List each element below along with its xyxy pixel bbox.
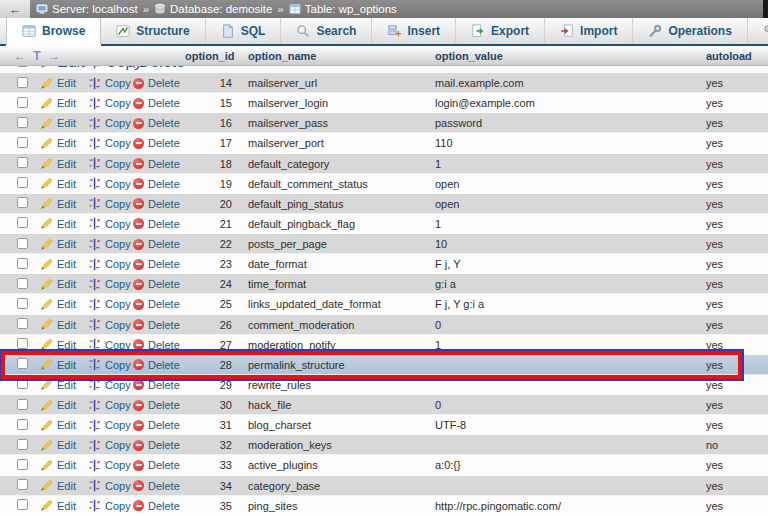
delete-button[interactable]: Delete xyxy=(131,480,185,492)
edit-button[interactable]: Edit xyxy=(34,378,86,391)
tab-browse[interactable]: Browse xyxy=(6,18,101,44)
column-header-option-value[interactable]: option_value xyxy=(434,50,706,62)
column-options-toggle[interactable]: ← T → xyxy=(0,49,185,63)
copy-button[interactable]: Copy xyxy=(86,479,131,492)
copy-button[interactable]: Copy xyxy=(86,419,131,432)
edit-button[interactable]: Edit xyxy=(34,298,86,311)
tab-operations[interactable]: Operations xyxy=(633,18,747,44)
row-checkbox[interactable] xyxy=(17,479,28,490)
row-checkbox[interactable] xyxy=(17,197,28,208)
row-checkbox[interactable] xyxy=(17,439,28,450)
copy-button[interactable]: Copy xyxy=(86,217,131,230)
row-checkbox[interactable] xyxy=(17,338,28,349)
breadcrumb-database[interactable]: Database: demosite xyxy=(154,3,272,15)
delete-button[interactable]: Delete xyxy=(131,419,185,431)
delete-button[interactable]: Delete xyxy=(131,117,185,129)
copy-button[interactable]: Copy xyxy=(86,238,131,251)
edit-button[interactable]: Edit xyxy=(34,197,86,210)
delete-button[interactable]: Delete xyxy=(131,319,185,331)
tab-export[interactable]: Export xyxy=(456,18,545,44)
copy-button[interactable]: Copy xyxy=(86,157,131,170)
column-header-option-id[interactable]: option_id xyxy=(185,50,240,62)
delete-button[interactable]: Delete xyxy=(131,66,185,71)
row-checkbox[interactable] xyxy=(17,238,28,249)
delete-button[interactable]: Delete xyxy=(131,298,185,310)
edit-button[interactable]: Edit xyxy=(34,439,86,452)
edit-button[interactable]: Edit xyxy=(34,459,86,472)
copy-button[interactable]: Copy xyxy=(86,197,131,210)
edit-button[interactable]: Edit xyxy=(34,177,86,190)
row-checkbox[interactable] xyxy=(17,419,28,430)
edit-button[interactable]: Edit xyxy=(34,399,86,412)
row-checkbox[interactable] xyxy=(17,399,28,410)
row-checkbox[interactable] xyxy=(17,318,28,329)
delete-button[interactable]: Delete xyxy=(131,339,185,351)
copy-button[interactable]: Copy xyxy=(86,459,131,472)
edit-button[interactable]: Edit xyxy=(34,419,86,432)
tab-import[interactable]: Import xyxy=(545,18,633,44)
copy-button[interactable]: Copy xyxy=(86,439,131,452)
edit-button[interactable]: Edit xyxy=(34,157,86,170)
copy-button[interactable]: Copy xyxy=(86,499,131,512)
copy-button[interactable]: Copy xyxy=(86,258,131,271)
tab-search[interactable]: Search xyxy=(281,18,372,44)
row-checkbox[interactable] xyxy=(17,258,28,269)
delete-button[interactable]: Delete xyxy=(131,399,185,411)
edit-button[interactable]: Edit xyxy=(34,66,86,71)
row-checkbox[interactable] xyxy=(17,298,28,309)
column-header-option-name[interactable]: option_name xyxy=(240,50,434,62)
delete-button[interactable]: Delete xyxy=(131,158,185,170)
copy-button[interactable]: Copy xyxy=(86,137,131,150)
copy-button[interactable]: Copy xyxy=(86,77,131,90)
edit-button[interactable]: Edit xyxy=(34,358,86,371)
breadcrumb-table[interactable]: Table: wp_options xyxy=(289,3,397,15)
row-checkbox[interactable] xyxy=(17,378,28,389)
delete-button[interactable]: Delete xyxy=(131,379,185,391)
row-checkbox[interactable] xyxy=(17,459,28,470)
row-checkbox[interactable] xyxy=(17,217,28,228)
tab-sql[interactable]: SQL xyxy=(206,18,282,44)
edit-button[interactable]: Edit xyxy=(34,258,86,271)
delete-button[interactable]: Delete xyxy=(131,178,185,190)
delete-button[interactable]: Delete xyxy=(131,97,185,109)
delete-button[interactable]: Delete xyxy=(131,77,185,89)
tab-insert[interactable]: Insert xyxy=(372,18,456,44)
edit-button[interactable]: Edit xyxy=(34,238,86,251)
delete-button[interactable]: Delete xyxy=(131,459,185,471)
row-checkbox[interactable] xyxy=(17,499,28,510)
delete-button[interactable]: Delete xyxy=(131,500,185,512)
copy-button[interactable]: Copy xyxy=(86,177,131,190)
breadcrumb-server[interactable]: Server: localhost xyxy=(36,3,138,15)
delete-button[interactable]: Delete xyxy=(131,137,185,149)
row-checkbox[interactable] xyxy=(17,137,28,148)
copy-button[interactable]: Copy xyxy=(86,399,131,412)
delete-button[interactable]: Delete xyxy=(131,439,185,451)
copy-button[interactable]: Copy xyxy=(86,66,131,71)
edit-button[interactable]: Edit xyxy=(34,278,86,291)
delete-button[interactable]: Delete xyxy=(131,278,185,290)
edit-button[interactable]: Edit xyxy=(34,479,86,492)
delete-button[interactable]: Delete xyxy=(131,238,185,250)
copy-button[interactable]: Copy xyxy=(86,378,131,391)
copy-button[interactable]: Copy xyxy=(86,97,131,110)
copy-button[interactable]: Copy xyxy=(86,358,131,371)
delete-button[interactable]: Delete xyxy=(131,258,185,270)
row-checkbox[interactable] xyxy=(17,177,28,188)
edit-button[interactable]: Edit xyxy=(34,217,86,230)
copy-button[interactable]: Copy xyxy=(86,338,131,351)
delete-button[interactable]: Delete xyxy=(131,198,185,210)
copy-button[interactable]: Copy xyxy=(86,117,131,130)
edit-button[interactable]: Edit xyxy=(34,137,86,150)
row-checkbox[interactable] xyxy=(17,97,28,108)
copy-button[interactable]: Copy xyxy=(86,318,131,331)
tab-triggers[interactable]: Triggers xyxy=(748,18,768,44)
edit-button[interactable]: Edit xyxy=(34,318,86,331)
row-checkbox[interactable] xyxy=(17,278,28,289)
copy-button[interactable]: Copy xyxy=(86,298,131,311)
delete-button[interactable]: Delete xyxy=(131,359,185,371)
row-checkbox[interactable] xyxy=(17,117,28,128)
column-header-autoload[interactable]: autoload xyxy=(706,50,768,62)
copy-button[interactable]: Copy xyxy=(86,278,131,291)
edit-button[interactable]: Edit xyxy=(34,338,86,351)
edit-button[interactable]: Edit xyxy=(34,77,86,90)
